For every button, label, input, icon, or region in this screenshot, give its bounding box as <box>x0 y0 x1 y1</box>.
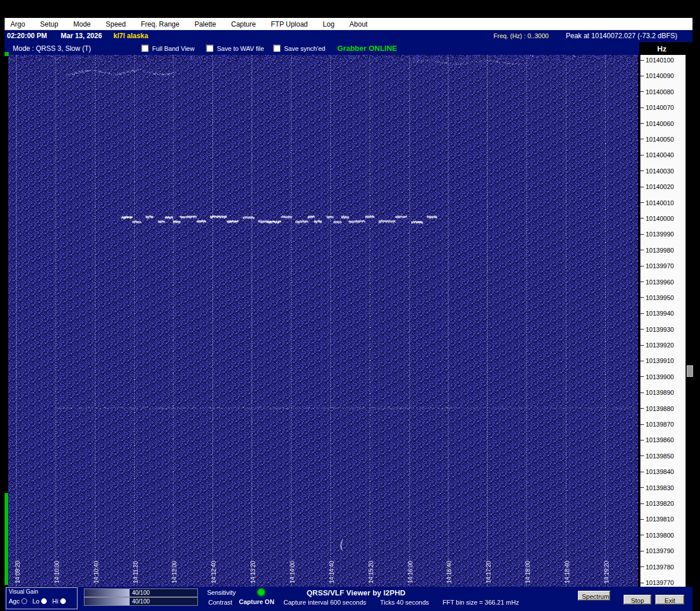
spectrum-button[interactable]: Spectrum <box>578 591 610 601</box>
time-tick-label: 14:13:20 <box>250 561 257 583</box>
frequency-scrollbar-thumb[interactable] <box>687 365 693 377</box>
checkbox-icon[interactable] <box>141 45 149 52</box>
clock-time: 02:20:00 PM <box>7 32 47 40</box>
frequency-tick-label: 10139860 <box>646 436 674 443</box>
frequency-tick-label: 10139790 <box>646 547 674 554</box>
tick-mark <box>640 472 644 472</box>
frequency-tick-label: 10140050 <box>646 136 674 143</box>
menu-item[interactable]: About <box>349 20 367 28</box>
tick-mark <box>640 108 644 108</box>
time-tick-label: 14:12:40 <box>211 561 218 583</box>
contrast-slider[interactable]: 40/100 <box>84 597 198 606</box>
frequency-tick-label: 10139900 <box>646 373 674 380</box>
tick-mark <box>640 91 644 92</box>
checkbox-icon[interactable] <box>273 45 281 52</box>
frequency-tick-label: 10139960 <box>646 279 674 286</box>
menu-item[interactable]: Freq. Range <box>141 20 179 28</box>
contrast-label: Contrast <box>208 599 233 606</box>
save-to-wav-checkbox[interactable]: Save to WAV file <box>206 45 264 52</box>
time-tick-label: 14:09:20 <box>14 561 21 583</box>
tick-mark <box>640 551 644 551</box>
menu-items: ArgoSetupModeSpeedFreq. RangePaletteCapt… <box>5 18 692 30</box>
frequency-tick-label: 10139840 <box>646 468 674 475</box>
checkbox-label: Full Band View <box>152 45 194 52</box>
frequency-tick-label: 10140060 <box>646 120 674 127</box>
capture-led-icon <box>257 588 265 596</box>
checkbox-label: Save synch'ed <box>284 45 325 52</box>
frequency-tick-label: 10140020 <box>646 183 674 190</box>
frequency-tick-label: 10139970 <box>646 262 674 269</box>
frequency-tick-label: 10140090 <box>646 72 674 79</box>
freq-range-label: Freq. (Hz) : 0..3000 <box>493 32 548 39</box>
frequency-tick-label: 10139940 <box>646 310 674 317</box>
frequency-row: 10140050 <box>640 135 674 143</box>
frequency-tick-label: 10139880 <box>646 405 674 412</box>
save-synched-checkbox[interactable]: Save synch'ed <box>273 45 325 52</box>
tick-mark <box>640 234 644 235</box>
menu-item[interactable]: Setup <box>40 20 58 28</box>
frequency-tick-label: 10139990 <box>646 231 674 238</box>
frequency-tick-label: 10140070 <box>646 104 674 111</box>
frequency-tick-label: 10139830 <box>646 484 674 491</box>
visual-gain-radio[interactable]: Hi <box>52 598 65 605</box>
tick-mark <box>640 392 644 393</box>
menu-item[interactable]: Capture <box>231 20 256 28</box>
tick-mark <box>640 218 644 219</box>
radio-icon[interactable] <box>21 598 27 604</box>
frequency-tick-label: 10139980 <box>646 247 674 254</box>
full-band-view-checkbox[interactable]: Full Band View <box>141 45 194 52</box>
frequency-row: 10139950 <box>640 294 674 302</box>
sensitivity-slider[interactable]: 40/100 <box>84 588 198 597</box>
checkbox-icon[interactable] <box>206 45 213 52</box>
frequency-row: 10139960 <box>640 278 674 286</box>
time-tick-label: 14:16:40 <box>446 561 453 583</box>
menu-item[interactable]: Log <box>323 20 334 28</box>
frequency-row: 10140060 <box>640 120 674 128</box>
tick-mark <box>640 250 644 250</box>
menu-item[interactable]: Speed <box>106 20 126 28</box>
frequency-row: 10140090 <box>640 72 674 80</box>
frequency-tick-label: 10139810 <box>646 516 674 523</box>
frequency-row: 10140030 <box>640 167 674 175</box>
time-tick-label: 14:14:00 <box>289 561 296 583</box>
frequency-row: 10139770 <box>640 579 674 587</box>
frequency-row: 10140010 <box>640 199 674 207</box>
tick-mark <box>640 361 644 361</box>
frequency-row: 10139880 <box>640 405 674 413</box>
visual-gain-group: Visual Gain Agc Lo Hi <box>6 587 78 609</box>
menu-item[interactable]: Palette <box>194 20 216 28</box>
visual-gain-radio[interactable]: Lo <box>32 598 47 605</box>
frequency-row: 10139930 <box>640 325 674 334</box>
frequency-row: 10139830 <box>640 484 674 492</box>
radio-icon[interactable] <box>60 598 66 604</box>
argo-window: ArgoSetupModeSpeedFreq. RangePaletteCapt… <box>0 0 700 611</box>
tick-mark <box>640 76 644 76</box>
time-tick-label: 14:19:20 <box>603 561 610 583</box>
radio-icon[interactable] <box>41 598 47 604</box>
capture-status: Capture ON <box>239 598 274 605</box>
frequency-row: 10140080 <box>640 88 674 96</box>
tick-mark <box>640 60 644 61</box>
frequency-tick-label: 10139780 <box>646 564 674 571</box>
frequency-row: 10139820 <box>640 499 674 508</box>
stop-button[interactable]: Stop <box>624 595 651 605</box>
frequency-scale: 10140100 10140090 10140080 10140070 1014… <box>640 55 686 587</box>
tick-mark <box>640 424 644 425</box>
radio-label: Hi <box>52 598 58 605</box>
tick-mark <box>640 583 644 583</box>
checkbox-label: Save to WAV file <box>217 45 264 52</box>
visual-gain-title: Visual Gain <box>9 588 38 595</box>
status-bar: Visual Gain Agc Lo Hi 40/100 40/100 <box>5 587 692 611</box>
frequency-row: 10140020 <box>640 183 674 191</box>
menu-item[interactable]: Mode <box>73 20 91 28</box>
frequency-row: 10139800 <box>640 531 674 539</box>
exit-button[interactable]: Exit <box>655 595 684 605</box>
menu-item[interactable]: Argo <box>10 20 25 28</box>
frequency-row: 10139850 <box>640 452 674 460</box>
menu-item[interactable]: FTP Upload <box>271 20 308 28</box>
tick-mark <box>640 282 644 282</box>
frequency-tick-label: 10139930 <box>646 326 674 333</box>
radio-label: Agc <box>9 598 20 605</box>
menu-bar: ArgoSetupModeSpeedFreq. RangePaletteCapt… <box>5 18 692 30</box>
visual-gain-radio[interactable]: Agc <box>9 598 27 605</box>
